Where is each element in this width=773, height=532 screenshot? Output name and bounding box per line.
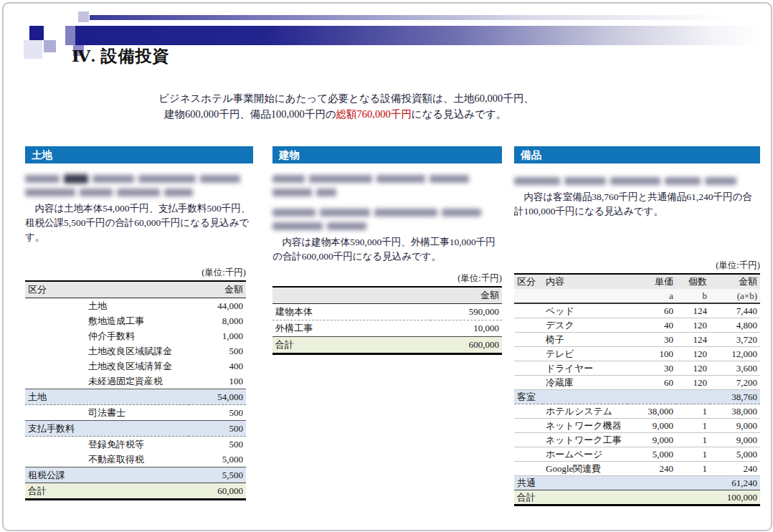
table-cell: 建物本体	[272, 304, 430, 320]
table-cell: 600,000	[430, 337, 502, 354]
column-subheader	[514, 289, 627, 303]
deco-square-navy	[29, 26, 44, 40]
table-row: 土地44,000	[25, 298, 246, 314]
table-cell: 54,000	[189, 389, 246, 405]
table-row: ホテルシステム38,000138,000	[514, 404, 760, 419]
page-title: Ⅳ. 設備投資	[72, 45, 170, 67]
column-header: 区分	[514, 274, 543, 289]
column-subheader: (a×b)	[710, 289, 760, 303]
column-header: 内容	[543, 274, 627, 289]
building-table: 金額 建物本体590,000外構工事10,000合計600,000	[272, 286, 502, 355]
table-cell: 38,000	[710, 404, 760, 419]
table-row: 租税公課5,500	[25, 467, 246, 483]
table-row: テレビ10012012,000	[514, 347, 760, 361]
equipment-table-header: 区分 内容 単価 個数 金額	[514, 274, 760, 289]
table-cell: 100	[189, 374, 246, 389]
section-land: 土地 内容は土地本体54,000千円、支払手数料500千円、租税公課5,500千…	[25, 146, 253, 500]
table-cell	[627, 490, 676, 505]
table-cell: 124	[676, 333, 710, 347]
table-row: 合計100,000	[514, 490, 760, 505]
table-cell: 9,000	[710, 433, 760, 447]
redacted-line	[272, 219, 502, 229]
redacted-line	[514, 174, 760, 184]
table-cell: 400	[189, 358, 246, 374]
land-table-header: 区分 金額	[25, 281, 246, 298]
deco-square-pale	[24, 40, 42, 59]
table-cell: 40	[627, 318, 676, 333]
table-cell	[676, 476, 710, 490]
building-redacted-text-1	[272, 171, 502, 195]
column-subheader: a	[627, 289, 676, 303]
table-cell: 500	[189, 437, 246, 452]
table-cell: 100,000	[710, 490, 760, 505]
intro-total-emphasis: 総額760,000千円	[336, 108, 412, 120]
deco-square-top	[78, 11, 89, 22]
table-cell: 120	[676, 361, 710, 376]
table-cell: Google関連費	[514, 462, 627, 476]
land-summary-text: 内容は土地本体54,000千円、支払手数料500千円、租税公課5,500千円の合…	[25, 201, 253, 244]
table-cell: 1	[676, 404, 710, 419]
intro-line-2: 建物600,000千円、備品100,000千円の総額760,000千円になる見込…	[158, 106, 625, 122]
table-row: 客室38,760	[514, 390, 760, 404]
table-cell: 120	[676, 318, 710, 333]
table-cell: 124	[676, 303, 710, 318]
section-equipment: 備品 内容は客室備品38,760千円と共通備品61,240千円の合計100,00…	[514, 146, 760, 506]
land-redacted-text	[25, 171, 253, 195]
table-cell: テレビ	[514, 347, 627, 361]
land-table: 区分 金額 土地44,000敷地造成工事8,000仲介手数料1,000土地改良区…	[25, 280, 246, 500]
table-cell: 5,000	[189, 452, 246, 467]
table-cell: 61,240	[710, 476, 760, 490]
table-cell: 不動産取得税	[25, 452, 189, 467]
table-row: ホームページ5,00015,000	[514, 447, 760, 462]
column-header: 個数	[676, 274, 710, 289]
column-header: 単価	[627, 274, 676, 289]
table-cell: 1	[676, 462, 710, 476]
table-row: 司法書士500	[25, 405, 246, 421]
table-cell: 9,000	[627, 419, 676, 433]
intro-paragraph: ビジネスホテル事業開始にあたって必要となる設備投資額は、土地60,000千円、 …	[158, 90, 625, 122]
table-row: 未経過固定資産税100	[25, 374, 246, 389]
equipment-table: 区分 内容 単価 個数 金額 a b (a×b) ベッド601247,440デス…	[514, 273, 760, 506]
table-cell: 60,000	[189, 483, 246, 500]
table-cell: 44,000	[189, 298, 246, 314]
building-heading-bar: 建物	[272, 146, 502, 163]
table-row: ベッド601247,440	[514, 303, 760, 318]
redacted-line	[272, 185, 502, 195]
table-cell: 500	[189, 421, 246, 437]
table-cell: 9,000	[710, 419, 760, 433]
table-cell: 1	[676, 419, 710, 433]
table-cell: 100	[627, 347, 676, 361]
deco-square-bar-start	[65, 26, 75, 45]
table-cell: 8,000	[189, 313, 246, 328]
table-cell	[676, 390, 710, 404]
table-cell: 5,000	[627, 447, 676, 462]
table-cell: 未経過固定資産税	[25, 374, 189, 389]
table-row: 敷地造成工事8,000	[25, 313, 246, 328]
table-row: デスク401204,800	[514, 318, 760, 333]
table-cell: 冷蔵庫	[514, 376, 627, 390]
table-cell: 12,000	[710, 347, 760, 361]
table-cell: 土地改良区域賦課金	[25, 343, 189, 358]
table-cell: 30	[627, 333, 676, 347]
table-row: 土地改良区域賦課金500	[25, 343, 246, 358]
table-row: Google関連費2401240	[514, 462, 760, 476]
table-cell: ネットワーク機器	[514, 419, 627, 433]
table-cell: 土地改良区域清算金	[25, 358, 189, 374]
table-cell: 合計	[272, 337, 430, 354]
table-cell: 仲介手数料	[25, 328, 189, 343]
table-cell: 7,200	[710, 376, 760, 390]
table-row: 登録免許税等500	[25, 437, 246, 452]
table-cell: 土地	[25, 389, 189, 405]
table-row: 合計60,000	[25, 483, 246, 500]
table-cell: ドライヤー	[514, 361, 627, 376]
table-cell: 10,000	[430, 320, 502, 337]
table-cell: 5,000	[710, 447, 760, 462]
redacted-line	[272, 171, 502, 181]
table-row: 支払手数料500	[25, 421, 246, 437]
land-heading-bar: 土地	[25, 146, 253, 163]
table-row: 建物本体590,000	[272, 304, 502, 320]
table-cell: 外構工事	[272, 320, 430, 337]
table-row: 共通61,240	[514, 476, 760, 490]
table-cell: 120	[676, 376, 710, 390]
building-table-header: 金額	[272, 287, 502, 304]
